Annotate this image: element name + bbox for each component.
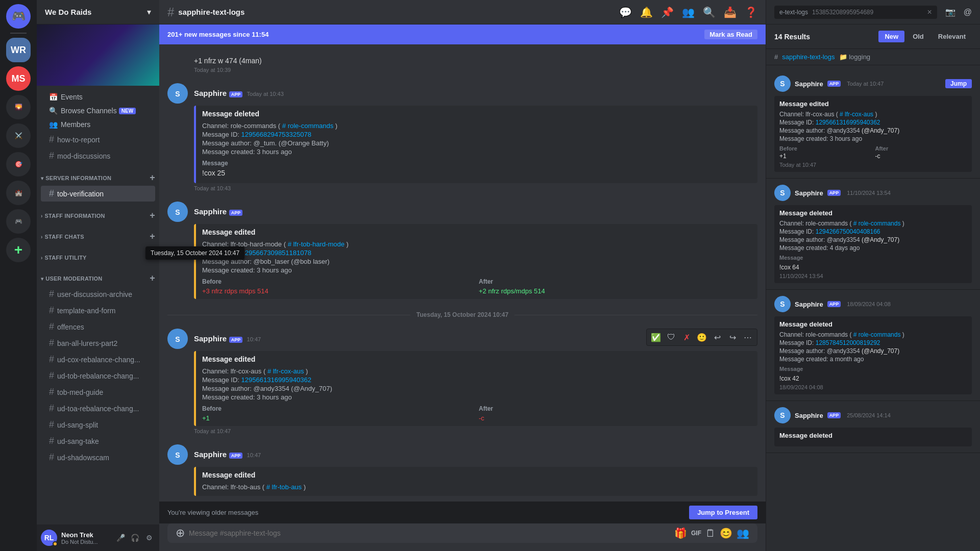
messages-area[interactable]: +1 nfrz w 474 (4man) Today at 10:39 S Sa… — [159, 44, 766, 502]
sidebar-item-ud-cox[interactable]: # ud-cox-rebalance-chang... — [41, 352, 155, 367]
mark-as-read-button[interactable]: Mark as Read — [704, 30, 757, 39]
sidebar-item-tob-med-guide[interactable]: # tob-med-guide — [41, 384, 155, 400]
server-icon-discord[interactable]: 🎮 — [6, 4, 31, 29]
category-add-button[interactable]: + — [150, 172, 155, 183]
filter-channel-name: sapphire-text-logs — [782, 53, 835, 61]
search-result[interactable]: S Sapphire APP 11/10/2024 13:54 Message … — [766, 179, 980, 290]
search-results-list[interactable]: S Sapphire APP Today at 10:47 Jump Messa… — [766, 65, 980, 551]
category-staff-chats[interactable]: ›STAFF CHATS + — [37, 223, 159, 244]
sr-message-id[interactable]: 1285784512000819292 — [816, 339, 880, 346]
add-server-button[interactable]: + — [6, 238, 31, 262]
sidebar-item-ud-tob[interactable]: # ud-tob-rebalance-chang... — [41, 368, 155, 384]
search-result[interactable]: S Sapphire APP 18/09/2024 04:08 Message … — [766, 290, 980, 401]
more-button[interactable]: ⋯ — [741, 330, 755, 344]
category-add-button[interactable]: + — [150, 210, 155, 221]
channel-label: mod-discussions — [57, 152, 110, 160]
server-icon-img4[interactable]: 🏰 — [6, 181, 31, 205]
help-icon[interactable]: ❓ — [745, 6, 757, 18]
channel-link[interactable]: # lfr-tob-hard-mode — [288, 240, 345, 248]
category-staff-information[interactable]: ›STAFF INFORMATION + — [37, 202, 159, 223]
sr-jump-button[interactable]: Jump — [945, 79, 972, 88]
channel-link[interactable]: # role-commands — [282, 122, 333, 130]
settings-button[interactable]: ⚙ — [143, 532, 155, 544]
emoji-icon[interactable]: 😊 — [720, 527, 732, 539]
sidebar-item-events[interactable]: 📅 Events — [41, 90, 155, 104]
camera-icon[interactable]: 📷 — [945, 7, 955, 17]
search-close-button[interactable]: × — [927, 8, 932, 17]
sidebar-item-ud-toa[interactable]: # ud-toa-rebalance-chang... — [41, 400, 155, 416]
inbox-icon[interactable]: 📥 — [724, 6, 737, 18]
category-server-information[interactable]: ▾SERVER INFORMATION + — [37, 164, 159, 185]
sidebar-item-mod-discussions[interactable]: # mod-discussions — [41, 148, 155, 164]
search-bar[interactable]: e-text-logs 153853208995954689 × — [774, 6, 937, 19]
server-icon-ms[interactable]: MS — [6, 66, 31, 91]
sr-message-id[interactable]: 1295661316995940362 — [816, 119, 880, 126]
server-icon-img3[interactable]: 🎯 — [6, 152, 31, 177]
members-icon[interactable]: 👥 — [682, 6, 695, 18]
delete-button[interactable]: ✗ — [679, 330, 694, 344]
sticker-icon[interactable]: 🗒 — [705, 528, 716, 539]
category-add-button[interactable]: + — [150, 231, 155, 242]
pin-icon[interactable]: 📌 — [661, 6, 674, 18]
shield-button[interactable]: 🛡 — [664, 330, 678, 344]
server-icon-img2[interactable]: ⚔️ — [6, 123, 31, 148]
new-messages-bar[interactable]: 201+ new messages since 11:54 Mark as Re… — [159, 24, 766, 44]
category-user-moderation[interactable]: ▾USER MODERATION + — [37, 265, 159, 286]
deleted-field-created: Message created: 3 hours ago — [202, 148, 751, 156]
sidebar-item-how-to-report[interactable]: # how-to-report — [41, 132, 155, 147]
message-group: S Sapphire APP Today at 10:43 Message de… — [159, 81, 766, 193]
headphone-button[interactable]: 🎧 — [129, 532, 141, 544]
gift-icon[interactable]: 🎁 — [674, 527, 687, 539]
emoji-button[interactable]: 🙂 — [695, 330, 709, 344]
sidebar-item-offences[interactable]: # offences — [41, 319, 155, 335]
search-tab-new[interactable]: New — [878, 31, 904, 42]
message-input[interactable] — [189, 523, 670, 543]
sidebar-item-ud-sang-split[interactable]: # ud-sang-split — [41, 417, 155, 433]
sidebar-item-ud-shadowscam[interactable]: # ud-shadowscam — [41, 449, 155, 465]
search-icon[interactable]: 🔍 — [703, 6, 716, 18]
filter-channel-folder: 📁 logging — [839, 53, 871, 61]
sidebar-item-members[interactable]: 👥 Members — [41, 118, 155, 131]
react-button[interactable]: ✅ — [649, 330, 663, 344]
channel-link[interactable]: # lfr-tob-aus — [266, 483, 302, 491]
thread-icon[interactable]: 💬 — [619, 6, 632, 18]
sr-channel-link[interactable]: # role-commands — [853, 331, 901, 338]
reply-button[interactable]: ↩ — [710, 330, 724, 344]
channel-header-name: sapphire-text-logs — [178, 8, 244, 16]
mic-button[interactable]: 🎤 — [114, 532, 127, 544]
sidebar-item-user-discussion-archive[interactable]: # user-discussion-archive — [41, 286, 155, 302]
search-result[interactable]: S Sapphire APP 25/08/2024 14:14 Message … — [766, 401, 980, 453]
mention-icon[interactable]: @ — [964, 8, 972, 17]
message-id-link[interactable]: 1295667309851181078 — [241, 249, 311, 257]
message-sender: S Sapphire APP 10:47 — [167, 444, 757, 465]
add-attachment-button[interactable]: ⊕ — [176, 527, 185, 540]
search-tab-old[interactable]: Old — [906, 31, 930, 42]
people-icon[interactable]: 👥 — [737, 527, 749, 539]
server-header[interactable]: We Do Raids ▾ — [37, 0, 159, 24]
jump-to-present-button[interactable]: Jump to Present — [689, 506, 757, 519]
forward-button[interactable]: ↪ — [725, 330, 740, 344]
message-id-link[interactable]: 1295668294753325078 — [241, 131, 311, 138]
search-result[interactable]: S Sapphire APP Today at 10:47 Jump Messa… — [766, 69, 980, 179]
category-staff-utility[interactable]: ›STAFF UTILITY + — [37, 244, 159, 265]
edited-message-box: Message edited Channel: lfr-cox-aus ( # … — [194, 351, 757, 426]
server-icon-img5[interactable]: 🎮 — [6, 209, 31, 234]
server-icon-we-do-raids[interactable]: WR — [6, 38, 31, 62]
gif-icon[interactable]: GIF — [691, 530, 701, 537]
sidebar-item-template-and-form[interactable]: # template-and-form — [41, 303, 155, 318]
sidebar-item-tob-verification[interactable]: # tob-verification — [41, 186, 155, 202]
sidebar-item-ud-sang-take[interactable]: # ud-sang-take — [41, 433, 155, 449]
notification-icon[interactable]: 🔔 — [640, 6, 653, 18]
server-icon-img1[interactable]: 🌄 — [6, 95, 31, 119]
category-add-button[interactable]: + — [150, 273, 155, 284]
sidebar-item-ban-all-lurers[interactable]: # ban-all-lurers-part2 — [41, 335, 155, 351]
search-tab-relevant[interactable]: Relevant — [932, 31, 972, 42]
category-add-button[interactable]: + — [150, 252, 155, 263]
message-id-link[interactable]: 1295661316995940362 — [241, 376, 311, 384]
sidebar-item-browse-channels[interactable]: 🔍 Browse Channels NEW — [41, 104, 155, 117]
sr-channel-link[interactable]: # role-commands — [853, 220, 901, 227]
sr-message-id[interactable]: 1294266750040408166 — [816, 228, 880, 235]
sr-channel-link[interactable]: # lfr-cox-aus — [840, 111, 873, 118]
after-col: After +2 nfrz rdps/mdps 514 — [479, 278, 751, 295]
channel-link[interactable]: # lfr-cox-aus — [267, 367, 304, 375]
